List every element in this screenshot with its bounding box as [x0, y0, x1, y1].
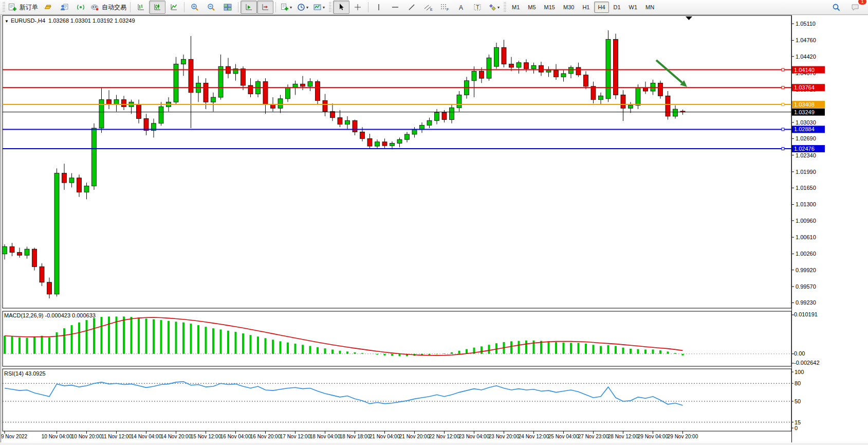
cursor-button[interactable]	[333, 1, 349, 14]
svg-text:22 Nov 12:00: 22 Nov 12:00	[429, 434, 460, 439]
rsi-label: RSI(14) 43.0925	[4, 370, 46, 377]
svg-text:1.01300: 1.01300	[796, 201, 816, 207]
tf-m30-button[interactable]: M30	[560, 2, 578, 13]
tile-windows-icon	[224, 3, 232, 11]
auto-scroll-icon	[245, 3, 253, 11]
new-order-label: 新订单	[20, 3, 38, 12]
macd-label: MACD(12,26,9) -0.000423 0.000633	[4, 312, 96, 318]
svg-text:9 Nov 2022: 9 Nov 2022	[1, 434, 28, 439]
new-order-button[interactable]: 新订单	[7, 1, 40, 14]
auto-trading-icon	[90, 3, 100, 11]
toolbar-grip[interactable]	[329, 2, 331, 12]
svg-text:1.04760: 1.04760	[796, 37, 816, 43]
svg-text:21 Nov 04:00: 21 Nov 04:00	[370, 434, 400, 439]
svg-text:1.04140: 1.04140	[794, 67, 815, 73]
chart-canvas[interactable]: 1.051101.047601.044201.040701.037201.033…	[0, 0, 868, 445]
text-label-button[interactable]: T	[469, 1, 486, 14]
candlestick-chart-button[interactable]	[149, 1, 165, 14]
chart-shift-icon	[261, 3, 269, 11]
svg-text:1.02884: 1.02884	[794, 126, 815, 132]
bar-chart-button[interactable]	[133, 1, 149, 14]
svg-text:T: T	[476, 5, 479, 10]
tf-mn-button[interactable]: MN	[642, 2, 658, 13]
rsi-pane	[3, 369, 791, 431]
crosshair-icon	[354, 3, 362, 11]
svg-text:18 Nov 18:00: 18 Nov 18:00	[340, 434, 371, 439]
line-chart-button[interactable]	[165, 1, 182, 14]
tf-m5-button[interactable]: M5	[524, 2, 539, 13]
tf-d1-button[interactable]: D1	[610, 2, 624, 13]
history-center-button[interactable]	[56, 1, 72, 14]
svg-text:1.03408: 1.03408	[794, 101, 815, 108]
auto-scroll-button[interactable]	[241, 1, 257, 14]
toolbar-grip[interactable]	[504, 2, 506, 12]
svg-text:15: 15	[795, 419, 801, 425]
svg-text:21 Nov 20:00: 21 Nov 20:00	[399, 434, 430, 439]
tf-h1-button[interactable]: H1	[579, 2, 593, 13]
candlestick-chart-icon	[153, 3, 161, 11]
templates-button[interactable]: ▾	[311, 1, 327, 14]
horizontal-line-button[interactable]	[387, 1, 403, 14]
chart-title: ▼EURUSD-,H4 1.03268 1.03301 1.03192 1.03…	[5, 17, 135, 24]
text-button[interactable]: A	[453, 1, 469, 14]
toolbar-right: 1	[828, 1, 864, 14]
vertical-line-icon	[375, 3, 383, 11]
crosshair-button[interactable]	[349, 1, 366, 14]
svg-text:16 Nov 04:00: 16 Nov 04:00	[220, 434, 251, 439]
svg-text:0.99920: 0.99920	[796, 267, 816, 273]
zoom-out-icon	[207, 3, 215, 11]
clock-icon	[297, 3, 305, 11]
zoom-in-button[interactable]	[187, 1, 203, 14]
svg-text:23 Nov 20:00: 23 Nov 20:00	[489, 434, 520, 439]
svg-text:80: 80	[795, 380, 801, 386]
svg-text:16 Nov 20:00: 16 Nov 20:00	[250, 434, 281, 439]
market-watch-button[interactable]	[40, 1, 56, 14]
chevron-down-icon: ▾	[306, 5, 308, 10]
tf-h4-button[interactable]: H4	[594, 2, 608, 13]
arrows-button[interactable]: ▾	[486, 1, 502, 14]
svg-text:1.03030: 1.03030	[796, 119, 816, 126]
svg-text:-0.002642: -0.002642	[794, 360, 820, 366]
tf-m1-button[interactable]: M1	[508, 2, 523, 13]
zoom-out-button[interactable]	[203, 1, 219, 14]
search-button[interactable]	[828, 1, 844, 14]
tile-windows-button[interactable]	[219, 1, 236, 14]
svg-text:A: A	[459, 4, 463, 11]
fibonacci-button[interactable]: F	[436, 1, 453, 14]
svg-text:1.00610: 1.00610	[796, 234, 816, 240]
svg-text:14 Nov 04:00: 14 Nov 04:00	[131, 434, 162, 439]
svg-text:100: 100	[795, 369, 804, 375]
vertical-line-button[interactable]	[371, 1, 387, 14]
notifications-button[interactable]: 1	[847, 1, 864, 14]
svg-text:25 Nov 04:00: 25 Nov 04:00	[548, 434, 579, 439]
chart-dropdown-icon[interactable]: ▼	[5, 19, 9, 24]
svg-text:0: 0	[795, 425, 798, 431]
svg-text:10 Nov 20:00: 10 Nov 20:00	[71, 434, 102, 439]
cursor-icon	[337, 3, 345, 11]
svg-text:1.02340: 1.02340	[796, 152, 816, 158]
new-chart-button[interactable]: ▾	[278, 1, 294, 14]
svg-text:0.010191: 0.010191	[794, 311, 818, 317]
horizontal-line-icon	[391, 3, 399, 11]
toolbar-grip[interactable]	[3, 2, 5, 12]
new-order-icon	[8, 3, 17, 11]
periods-button[interactable]: ▾	[294, 1, 311, 14]
trendline-button[interactable]	[403, 1, 420, 14]
svg-text:1.02690: 1.02690	[796, 135, 816, 141]
svg-text:1.03249: 1.03249	[794, 109, 815, 115]
equidistant-channel-button[interactable]: E	[420, 1, 436, 14]
chart-shift-button[interactable]	[257, 1, 273, 14]
separator	[238, 2, 238, 12]
svg-text:14 Nov 20:00: 14 Nov 20:00	[161, 434, 192, 439]
tf-m15-button[interactable]: M15	[541, 2, 559, 13]
separator	[184, 2, 184, 12]
tf-w1-button[interactable]: W1	[625, 2, 641, 13]
notification-badge: 1	[858, 0, 866, 5]
template-chart-icon	[313, 3, 322, 11]
auto-trading-button[interactable]: 自动交易	[89, 1, 128, 14]
svg-text:28 Nov 12:00: 28 Nov 12:00	[608, 434, 639, 439]
signals-button[interactable]	[72, 1, 89, 14]
channel-icon: E	[423, 3, 433, 11]
svg-text:10 Nov 04:00: 10 Nov 04:00	[42, 434, 72, 439]
chevron-down-icon: ▾	[323, 5, 325, 10]
